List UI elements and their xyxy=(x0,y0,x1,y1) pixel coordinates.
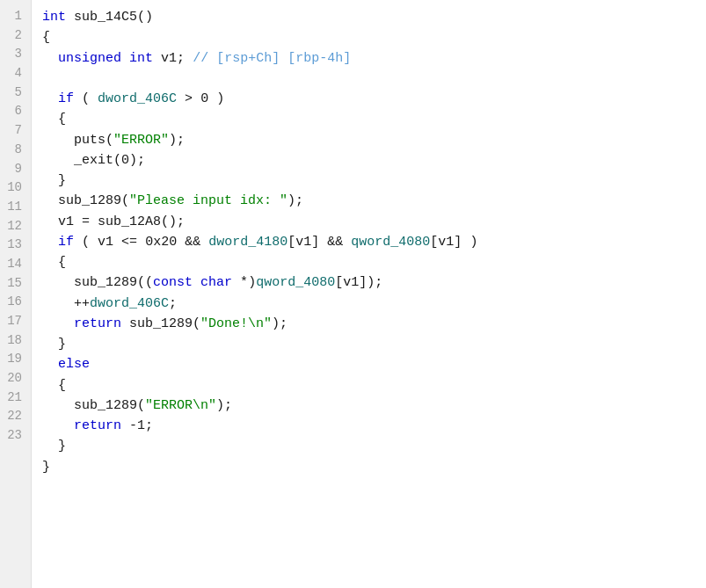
code-line-10: sub_1289("Please input idx: "); xyxy=(42,191,695,211)
code-line-13: { xyxy=(42,252,695,272)
code-line-18: else xyxy=(42,354,695,374)
code-line-22: } xyxy=(42,436,695,456)
code-line-8: _exit(0); xyxy=(42,150,695,171)
line-num-13: 13 xyxy=(7,236,22,255)
line-num-21: 21 xyxy=(7,388,22,408)
line-num-2: 2 xyxy=(7,26,22,46)
code-line-11: v1 = sub_12A8(); xyxy=(42,212,695,232)
line-num-7: 7 xyxy=(7,121,22,141)
line-num-12: 12 xyxy=(7,217,22,236)
line-num-6: 6 xyxy=(7,102,22,121)
line-num-15: 15 xyxy=(7,274,22,294)
code-line-4 xyxy=(42,69,695,89)
code-line-21: return -1; xyxy=(42,416,695,436)
code-editor: 1 2 3 4 5 6 7 8 9 10 11 12 13 14 15 16 1… xyxy=(0,0,706,588)
code-line-5: if ( dword_406C > 0 ) xyxy=(42,89,695,109)
line-num-16: 16 xyxy=(7,293,22,312)
code-line-19: { xyxy=(42,375,695,396)
line-num-11: 11 xyxy=(7,198,22,217)
line-num-5: 5 xyxy=(7,83,22,103)
code-line-3: unsigned int v1; // [rsp+Ch] [rbp-4h] xyxy=(42,48,695,69)
line-num-9: 9 xyxy=(7,160,22,179)
code-line-12: if ( v1 <= 0x20 && dword_4180[v1] && qwo… xyxy=(42,232,695,252)
line-number-gutter: 1 2 3 4 5 6 7 8 9 10 11 12 13 14 15 16 1… xyxy=(0,0,32,588)
code-line-2: { xyxy=(42,27,695,47)
line-num-14: 14 xyxy=(7,255,22,274)
code-line-23: } xyxy=(42,457,695,477)
line-num-10: 10 xyxy=(7,178,22,198)
code-line-16: return sub_1289("Done!\n"); xyxy=(42,314,695,334)
code-line-15: ++dword_406C; xyxy=(42,294,695,314)
line-num-17: 17 xyxy=(7,312,22,331)
line-num-8: 8 xyxy=(7,141,22,160)
line-num-1: 1 xyxy=(7,7,22,26)
line-num-23: 23 xyxy=(7,426,22,446)
line-num-3: 3 xyxy=(7,45,22,64)
code-line-9: } xyxy=(42,171,695,191)
line-num-19: 19 xyxy=(7,350,22,369)
code-line-17: } xyxy=(42,334,695,354)
line-num-20: 20 xyxy=(7,369,22,388)
code-line-14: sub_1289((const char *)qword_4080[v1]); xyxy=(42,272,695,293)
line-num-4: 4 xyxy=(7,64,22,83)
code-content[interactable]: int sub_14C5() { unsigned int v1; // [rs… xyxy=(32,0,706,588)
code-line-1: int sub_14C5() xyxy=(42,7,695,27)
code-line-20: sub_1289("ERROR\n"); xyxy=(42,396,695,416)
code-line-7: puts("ERROR"); xyxy=(42,130,695,150)
code-line-6: { xyxy=(42,109,695,129)
line-num-18: 18 xyxy=(7,331,22,351)
line-num-22: 22 xyxy=(7,407,22,426)
